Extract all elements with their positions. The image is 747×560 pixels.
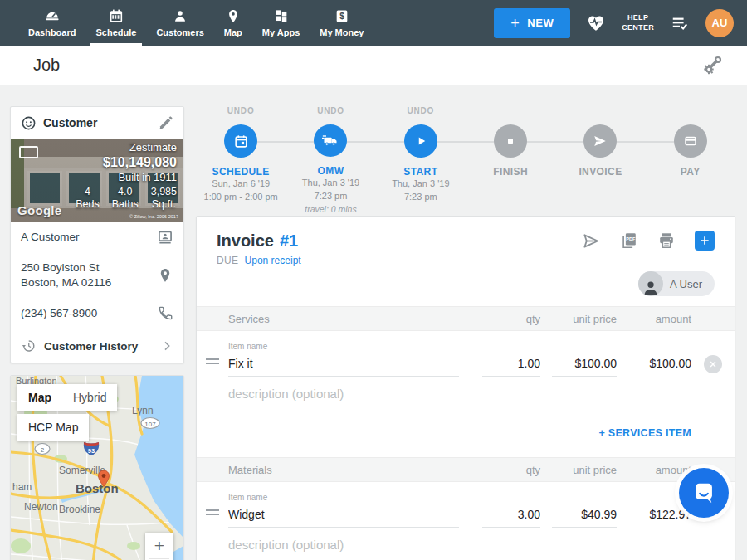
step-time: 1:00 pm - 2:00 pm (204, 191, 278, 204)
omw-step-circle[interactable] (314, 124, 347, 157)
pipeline-step-start[interactable]: UNDO START Thu, Jan 3 '19 7:23 pm (376, 106, 466, 216)
pipeline-step-omw[interactable]: UNDO OMW Thu, Jan 3 '19 7:23 pm travel: … (286, 106, 375, 216)
property-photo[interactable]: Zestimate $10,149,080 Built in 1911 4 Be… (11, 139, 183, 222)
start-step-circle[interactable] (404, 124, 437, 158)
new-button[interactable]: + NEW (494, 8, 570, 38)
unit-price-input[interactable] (552, 508, 617, 528)
qty-input[interactable] (482, 357, 540, 377)
undo-link[interactable]: UNDO (227, 106, 255, 117)
top-navbar: Dashboard Schedule Customers Map My Apps… (0, 0, 747, 46)
property-stats: 4 Beds 4.0 Baths 3,985 Sq.ft. (76, 186, 177, 212)
due-value-link[interactable]: Upon receipt (245, 255, 301, 266)
drag-handle[interactable] (206, 356, 219, 367)
pipeline-step-finish[interactable]: FINISH (466, 106, 555, 216)
invoice-step-circle[interactable] (583, 124, 617, 158)
pay-step-circle[interactable] (674, 124, 707, 158)
hcp-map-button[interactable]: HCP Map (17, 414, 89, 441)
nav-item-my-apps[interactable]: My Apps (252, 0, 310, 46)
material-line-item: Item name $122.97 (197, 482, 735, 528)
send-icon (593, 134, 608, 149)
route-shield-2: 2 (35, 444, 50, 455)
unit-price-input[interactable] (552, 357, 617, 377)
svg-text:107: 107 (144, 421, 156, 428)
add-services-row: + SERVICES ITEM (197, 407, 735, 457)
section-name: Services (228, 313, 471, 325)
finish-step-circle[interactable] (494, 124, 527, 158)
due-label: DUE (217, 255, 238, 266)
speedometer-icon (43, 8, 61, 24)
nav-item-my-money[interactable]: $ My Money (310, 0, 374, 46)
nav-item-schedule[interactable]: Schedule (85, 0, 146, 46)
map-label-lynn: Lynn (132, 405, 154, 416)
column-amount: amount (617, 313, 691, 325)
undo-link[interactable]: UNDO (317, 106, 344, 117)
undo-link[interactable]: UNDO (407, 106, 434, 117)
remove-item-button[interactable] (704, 355, 722, 373)
pipeline-step-schedule[interactable]: UNDO SCHEDULE Sun, Jan 6 '19 1:00 pm - 2… (196, 106, 286, 216)
close-icon (709, 360, 717, 368)
navbar-right: + NEW HELP CENTER AU (494, 0, 734, 46)
send-invoice-icon[interactable] (582, 231, 601, 251)
nav-item-customers[interactable]: Customers (146, 0, 213, 46)
step-time: 7:23 pm (404, 191, 437, 204)
health-heart-icon[interactable] (585, 13, 607, 33)
nav-label: My Apps (262, 27, 300, 37)
customer-name: A Customer (21, 230, 80, 245)
map-widget[interactable]: Burlington Lynn Somerville ham Newton Br… (10, 375, 184, 560)
customer-card-header: Customer (11, 107, 183, 139)
page-titlebar: Job (0, 46, 747, 85)
add-services-item-link[interactable]: + SERVICES ITEM (598, 427, 691, 439)
right-column: UNDO SCHEDULE Sun, Jan 6 '19 1:00 pm - 2… (196, 106, 735, 560)
step-travel: travel: 0 mins (305, 203, 356, 216)
assignee-chip[interactable]: A User (638, 271, 715, 296)
credit-card-icon (683, 134, 698, 149)
print-icon[interactable] (657, 231, 676, 250)
checklist-icon[interactable] (669, 14, 691, 32)
truck-icon (322, 132, 339, 149)
column-qty: qty (471, 464, 540, 476)
nav-item-map[interactable]: Map (214, 0, 252, 46)
drag-handle[interactable] (206, 507, 219, 518)
stat-sqft: 3,985 Sq.ft. (151, 186, 177, 212)
customer-history-row[interactable]: Customer History (11, 329, 183, 363)
add-invoice-button[interactable] (695, 231, 715, 251)
stat-baths: 4.0 Baths (112, 186, 139, 212)
chat-fab-button[interactable] (679, 468, 729, 518)
customer-card-title: Customer (43, 116, 97, 129)
description-input[interactable] (228, 387, 459, 407)
qty-input[interactable] (482, 508, 540, 528)
zestimate-value: $10,149,080 (76, 154, 177, 171)
map-zoom-in-button[interactable]: + (145, 533, 173, 558)
schedule-step-circle[interactable] (224, 124, 257, 158)
help-center-link[interactable]: HELP CENTER (622, 13, 654, 32)
panorama-icon (19, 146, 38, 158)
map-label-brookline: Brookline (59, 504, 100, 515)
job-settings-wrench-gear-icon[interactable] (702, 56, 722, 75)
map-type-hybrid-button[interactable]: Hybrid (62, 384, 117, 411)
item-name-input[interactable] (228, 357, 459, 377)
step-label: SCHEDULE (212, 166, 270, 178)
description-input[interactable] (228, 538, 459, 558)
assignee-row: A User (197, 266, 735, 306)
calendar-icon (233, 134, 249, 149)
invoice-header: Invoice #1 PDF DUE Upon receipt (197, 217, 735, 266)
pipeline-step-pay[interactable]: PAY (646, 106, 735, 216)
user-avatar[interactable]: AU (706, 9, 734, 37)
customer-name-row[interactable]: A Customer (11, 222, 183, 253)
invoice-number[interactable]: #1 (280, 231, 298, 251)
customer-phone-row[interactable]: (234) 567-8900 (11, 298, 183, 329)
service-line-item: Item name $100.00 (197, 331, 735, 377)
customer-address-row[interactable]: 250 Boylston St Boston, MA 02116 (11, 253, 183, 298)
nav-label: My Money (320, 27, 364, 37)
map-type-map-button[interactable]: Map (17, 384, 62, 411)
edit-pencil-icon[interactable] (159, 115, 173, 130)
map-label-newton: Newton (24, 501, 58, 513)
svg-text:$: $ (339, 12, 344, 21)
pipeline-step-invoice[interactable]: INVOICE (555, 106, 645, 216)
service-description-row (197, 377, 735, 407)
pdf-icon[interactable]: PDF (620, 231, 638, 250)
nav-item-dashboard[interactable]: Dashboard (18, 0, 85, 46)
step-date: Thu, Jan 3 '19 (392, 178, 449, 191)
line-amount: $122.97 (617, 508, 691, 528)
item-name-input[interactable] (228, 508, 459, 528)
